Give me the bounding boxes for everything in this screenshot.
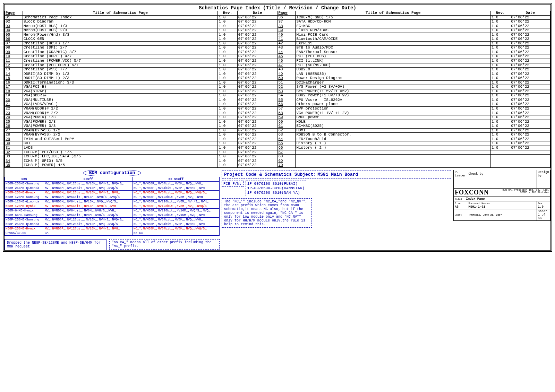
table-row: 03Merom(HOST BUS) 1/31.007'06'2238EC+KBC… — [5, 24, 550, 28]
table-row: 09Crestline (GRAPHIC) 3/71.007'06'2244FA… — [5, 50, 550, 54]
hdr-title-l: Title of Schematics Page — [23, 11, 217, 16]
table-row: 13Crestline (VSS) 7/71.007'06'2248USB2.0… — [5, 68, 550, 72]
pcb-code-2: 1P-0076200-8010(NAN YA) — [247, 191, 305, 195]
table-row: 24VGA(POWER) 1/31.007'06'2259GMCH power1… — [5, 115, 550, 120]
bom-h-stuff: Stuff — [44, 177, 133, 181]
table-row: 07Crestline (HOST) 1/71.007'06'2242EXPRE… — [5, 41, 550, 46]
tb-date-val: Thursday, June 21, 2007 — [468, 214, 502, 216]
bom-row: NB8M-64MB-HynixNV_,NVNB8M_,NV64bit_,NV8M… — [5, 208, 220, 213]
tb-design: Design by — [537, 170, 550, 178]
nc-note: The "NC_*" include "NC_CA_"and "NC_NV*",… — [222, 198, 312, 228]
project-box: Project Code & Schematics Subject: MS91 … — [222, 171, 451, 178]
table-row: 14DDRII(SO-DIMM 0) 1/31.007'06'2249LAN (… — [5, 72, 550, 76]
pcb-code-0: 1P-0076100-8010(FUBAI) — [247, 182, 305, 186]
bom-row: NB8M-128MB-SamsungNV_,NVNB8M_,NV64bit_,N… — [5, 195, 220, 199]
table-row: 15DDRII(SO-DIMM 1) 2/31.007'06'2250Power… — [5, 76, 550, 81]
bom-table: SKU Stuff No stuff NB8M-256MB-SamsungNV_… — [5, 177, 220, 236]
bom-h-sku: SKU — [5, 177, 44, 181]
tb-rev-lbl: Rev — [538, 202, 543, 205]
pcb-codes: 1P-0076100-8010(FUBAI) 1P-0076500-8010(H… — [246, 181, 306, 197]
hdr-page-l: Page — [5, 11, 23, 16]
table-row: 05Merom(Power/Gnd) 3/31.007'06'2240Mini-… — [5, 33, 550, 37]
hdr-rev-l: Rev. — [218, 11, 237, 16]
table-row: 28VRAM(BYPASS) 2/21.007'06'2263ROBSON B … — [5, 133, 550, 137]
table-row: 35ICH8-M( POWER) 4/51.007'06'2270 — [5, 163, 550, 168]
title-block: P. Leader Check by Design by FOXCONN HON… — [453, 170, 550, 221]
table-row: 11Crestline (POWER,VCC) 5/71.007'06'2246… — [5, 59, 550, 63]
table-row: 16DDRII(Termination) 3/31.007'06'2251DCI… — [5, 80, 550, 85]
tb-leader: P. Leader — [454, 170, 467, 178]
table-row: 04Merom(HOST BUS) 2/31.007'06'2239Flash … — [5, 28, 550, 33]
table-row: 22VRAM(GDDR)# 1/21.007'06'2257OVP protec… — [5, 107, 550, 111]
table-row: 08Crestline (DMI) 2/71.007'06'2243BTB to… — [5, 46, 550, 50]
bom-row: GM965/GL960CA_No CA_ — [5, 231, 220, 235]
tb-date-lbl: Date: — [455, 214, 462, 216]
tb-size-val: A3 — [455, 205, 459, 209]
hdr-title-r: Title of Schematics Page — [296, 11, 490, 16]
no-ca-note: "no CA_" means all of other prefix inclu… — [109, 239, 220, 250]
table-row: 30CRT1.007'06'2265History ( 1 )1.007'06'… — [5, 141, 550, 146]
table-row: 33ICH8-M( LPC,IDE,SATA )2/51.007'06'2268 — [5, 155, 550, 159]
hdr-page-r: Page — [278, 11, 296, 16]
bom-row: NB8M-256MB-HynixNV_,NVNB8M_,NV128bit_,NV… — [5, 190, 220, 195]
main-title: Schematics Page Index (Title / Revision … — [5, 5, 550, 11]
tb-rev-val: 1.0 — [538, 205, 544, 209]
tb-title-val: Index Page — [466, 197, 485, 201]
table-row: 01Schematics Page Index1.007'06'2236ICH8… — [5, 15, 550, 20]
table-row: 21VGA(LVDS/VDAC )1.007'06'2256Others pow… — [5, 102, 550, 107]
project-value: MS91 Main Board — [317, 172, 358, 177]
bom-row: NB8P-256MB-HynixNV_,NVNB8P_,NV128bit_,NV… — [5, 226, 220, 231]
table-row: 06CLOCK GEN1.007'06'2241Bluetooth/CAM/OI… — [5, 37, 550, 42]
tb-sheet-cur: 1 — [538, 213, 540, 217]
company-logo: FOXCONN — [455, 189, 489, 196]
table-row: 10Crestline (DDRII) 4/71.007'06'2245PCI … — [5, 54, 550, 59]
table-row: 29TVIN and OUT/Semi-PnP#1.007'06'2264LED… — [5, 137, 550, 141]
bom-row: NB8M-128MB-HynixNV_,NVNB8M_,NV64bit_,NV1… — [5, 204, 220, 208]
drop-note: Dropped the NB8P-SE/128MB and NB8P-SE/64… — [5, 239, 106, 250]
table-row: 26VGA(POWER) 3/31.007'06'2261EC+KBC(3925… — [5, 124, 550, 129]
table-row: 34ICH8-M( GPIO) 3/51.007'06'2269 — [5, 159, 550, 163]
tb-title-lbl: Title — [455, 198, 462, 200]
bom-row: NB8P-256MB-QimondaNV_,NVNB8P_,NV128bit_,… — [5, 222, 220, 226]
tb-sheet-lbl: Sheet — [538, 210, 547, 213]
bom-row: NB8M-256MB-SamsungNV_,NVNB8M_,NV128bit_,… — [5, 181, 220, 186]
table-row: 32ICH8-M( PCI/USB ) 1/51.007'06'2267 — [5, 150, 550, 155]
table-row: 27VRAM(BYPASS) 1/21.007'06'2262HDMI1.007… — [5, 128, 550, 133]
table-row: 25VGA(POWER) 2/31.007'06'2260HOLE1.007'0… — [5, 120, 550, 124]
tb-doc-lbl: Document Number — [468, 202, 490, 205]
bom-title: BOM configuration — [83, 170, 141, 176]
table-row: 31LVDS1.007'06'2266History ( 2 )1.007'06… — [5, 146, 550, 150]
pcb-code-1: 1P-0076500-8010(HANNSTAR) — [247, 186, 305, 191]
tb-doc-val: MS91-1-01 — [468, 205, 485, 209]
tb-sheet-of: of — [541, 213, 545, 217]
bom-row: NB8M-64MB-SamsungNV_,NVNB8M_,NV64bit_,NV… — [5, 213, 220, 217]
hdr-date-r: Date — [510, 11, 550, 16]
table-row: 19VGA(GDDR)#1.007'06'2254DDR2 Power(+1 8… — [5, 94, 550, 98]
table-row: 23VRAM(GDDR)# 2/21.007'06'2258VGA POWER(… — [5, 111, 550, 115]
bom-row: NB8M-128MB-QimondaNV_,NVNB8M_,NV64bit_,N… — [5, 199, 220, 204]
hdr-date-l: Date — [237, 11, 278, 16]
tb-size-lbl: Size — [455, 202, 461, 205]
table-row: 20VGA(MULTIUSE)1.007'06'2255CPU Vcore---… — [5, 98, 550, 102]
table-row: 12Crestline (VCC CORE) 6/71.007'06'2247P… — [5, 63, 550, 68]
table-row: 17VGA(PCI-E)1.007'06'2252SYS Power (+3 3… — [5, 85, 550, 89]
table-row: 18VGA(STRAP)1.007'06'2253SYS Power(+1 5V… — [5, 89, 550, 94]
bom-row: NB8P-256MB-SamsungNV_,NVNB8P_,NV128bit_,… — [5, 217, 220, 222]
index-table: Page Title of Schematics Page Rev. Date … — [5, 11, 550, 168]
bom-row: NB8M-256MB-QimondaNV_,NVNB8M_,NV128bit_,… — [5, 186, 220, 190]
tb-sheet-tot: 66 — [538, 217, 542, 220]
company-sub2: CCPBG - R&D Division — [520, 191, 549, 194]
hdr-rev-r: Rev. — [490, 11, 510, 16]
pcb-pn-label: PCB P/N: — [222, 181, 244, 187]
table-row: 02Block Diagram1.007'06'2237SATA HDD/CD-… — [5, 20, 550, 24]
bom-h-nostuff: No stuff — [133, 177, 219, 181]
project-label: Project Code & Schematics Subject: — [224, 172, 316, 177]
tb-check: Check by — [467, 170, 537, 178]
